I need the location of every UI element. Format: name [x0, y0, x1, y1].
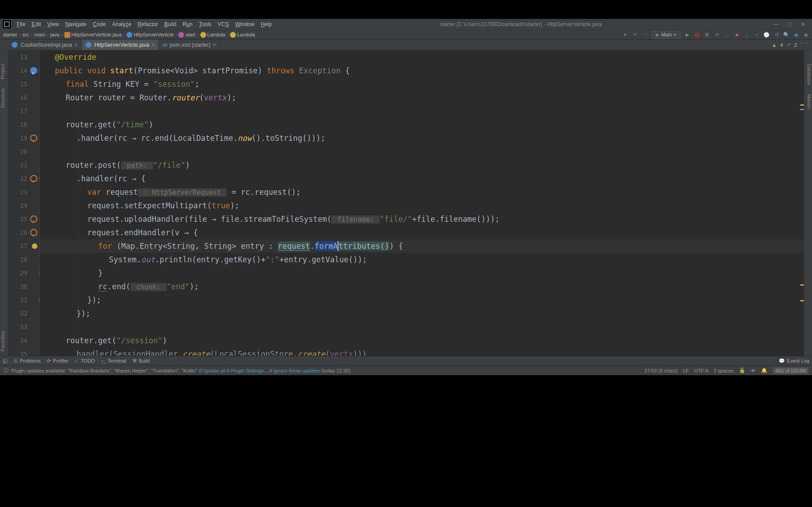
menu-help[interactable]: Help [257, 21, 275, 27]
close-icon[interactable]: × [152, 41, 155, 48]
coverage-button[interactable]: ⛨ [704, 31, 710, 38]
lambda-gutter-icon[interactable] [30, 135, 37, 142]
build-tool[interactable]: ⚒Build [132, 358, 149, 364]
database-tool[interactable]: Database [804, 59, 812, 90]
inspection-eye-icon[interactable]: 👁 [751, 368, 756, 373]
close-icon[interactable]: × [213, 41, 217, 48]
favorites-tool[interactable]: Favorites [0, 327, 8, 356]
line-number[interactable]: 35 [8, 347, 39, 356]
line-number[interactable]: 23 [8, 185, 39, 199]
error-stripe[interactable] [799, 50, 804, 356]
problems-tool[interactable]: ⚠Problems [14, 358, 41, 364]
menu-window[interactable]: Window [232, 21, 257, 27]
attach-button[interactable]: … [724, 31, 730, 38]
lambda-gutter-icon[interactable] [30, 215, 37, 223]
line-number[interactable]: 24 [8, 199, 39, 212]
menu-analyze[interactable]: Analyze [109, 21, 135, 27]
vcs-update-icon[interactable]: ↓ [744, 31, 750, 38]
lambda-gutter-icon[interactable] [30, 175, 37, 182]
line-number[interactable]: 30 [8, 280, 39, 293]
crumb-class[interactable]: HttpServerVerticle [133, 32, 174, 37]
memory-indicator[interactable]: 465 of 1014M [773, 368, 808, 374]
crumb-file[interactable]: HttpServerVerticle.java [71, 32, 122, 37]
todo-tool[interactable]: ✓TODO [75, 358, 95, 364]
menu-run[interactable]: Run [180, 21, 196, 27]
tab-cookiestoreimpl[interactable]: CookieStoreImpl.java × [8, 40, 82, 50]
line-number[interactable]: 26 [8, 226, 39, 239]
menu-code[interactable]: Code [90, 21, 109, 27]
update-all-link[interactable]: Update all [203, 368, 226, 373]
menu-file[interactable]: File [14, 21, 28, 27]
crumb-src[interactable]: src [22, 32, 30, 37]
vcs-commit-icon[interactable]: ✓ [753, 31, 760, 38]
line-number[interactable]: 21 [8, 158, 39, 172]
menu-refactor[interactable]: Refactor [135, 21, 161, 27]
tab-pomxml[interactable]: m pom.xml (starter) × [159, 40, 220, 50]
line-number[interactable]: 17 [8, 104, 39, 118]
profiler-tool[interactable]: ⟳Profiler [47, 358, 68, 364]
plugin-settings-link[interactable]: Plugin Settings... [231, 368, 268, 373]
help-icon[interactable]: ◉ [803, 31, 809, 38]
line-number[interactable]: 20 [8, 145, 39, 158]
next-highlight-icon[interactable]: ˇ [806, 42, 807, 48]
line-number[interactable]: 29− [8, 266, 39, 280]
indent-setting[interactable]: 2 spaces [714, 368, 734, 373]
run-button[interactable]: ▶ [684, 31, 690, 38]
crumb-java[interactable]: java [50, 32, 60, 37]
menu-edit[interactable]: Edit [28, 21, 44, 27]
readonly-icon[interactable]: 🔓 [739, 368, 745, 373]
crumb-main[interactable]: main [34, 32, 45, 37]
tab-httpserververticle[interactable]: HttpServerVerticle.java × [82, 40, 159, 50]
code-editor[interactable]: @Override public void start(Promise<Void… [40, 50, 804, 356]
caret-position[interactable]: 27:63 (5 chars) [645, 368, 678, 373]
menu-view[interactable]: View [44, 21, 62, 27]
line-number[interactable]: 34 [8, 334, 39, 347]
minimize-button[interactable]: — [773, 21, 779, 27]
line-number[interactable]: 31− [8, 293, 39, 307]
close-button[interactable]: ✕ [800, 21, 806, 27]
add-config-icon[interactable]: ▾ [622, 31, 628, 38]
line-number[interactable]: 13 [8, 50, 39, 64]
crumb-method[interactable]: start [185, 32, 195, 37]
prev-highlight-icon[interactable]: ˆ [801, 42, 803, 48]
settings-icon[interactable]: ◉ [793, 31, 799, 38]
debug-button[interactable]: 🐞 [694, 31, 700, 38]
structure-tool[interactable]: Structure [0, 84, 8, 113]
line-number[interactable]: 22− [8, 172, 39, 185]
forward-icon[interactable]: ↷ [642, 31, 648, 38]
menu-vcs[interactable]: VCS [215, 21, 232, 27]
line-number[interactable]: 19 [8, 131, 39, 145]
lambda-gutter-icon[interactable] [30, 229, 37, 236]
line-number[interactable]: 16 [8, 91, 39, 104]
menu-tools[interactable]: Tools [196, 21, 215, 27]
vcs-revert-icon[interactable]: ↺ [773, 31, 780, 38]
back-icon[interactable]: ↶ [632, 31, 638, 38]
ignore-updates-link[interactable]: Ignore these updates [273, 368, 320, 373]
line-number[interactable]: 25 [8, 212, 39, 226]
menu-navigate[interactable]: Navigate [62, 21, 90, 27]
maven-tool[interactable]: Maven [804, 90, 812, 113]
line-number[interactable]: 32 [8, 307, 39, 320]
terminal-tool[interactable]: ›_Terminal [101, 358, 126, 363]
menu-build[interactable]: Build [161, 21, 180, 27]
crumb-lambda-1[interactable]: Lambda [207, 32, 226, 37]
warning-icon[interactable]: ▲ [772, 42, 777, 48]
line-separator[interactable]: LF [683, 368, 689, 373]
line-number[interactable]: 27 [8, 239, 39, 253]
stop-button[interactable]: ■ [734, 31, 740, 38]
event-log-tool[interactable]: 💬Event Log [779, 358, 809, 364]
crumb-project[interactable]: starter [3, 32, 18, 37]
override-gutter-icon[interactable] [30, 67, 37, 74]
weak-warning-icon[interactable]: ↗ [787, 42, 791, 48]
notifications-icon[interactable]: 🔔 [761, 368, 767, 373]
line-number[interactable]: 28 [8, 253, 39, 266]
search-everywhere-icon[interactable]: 🔍 [783, 31, 789, 38]
file-encoding[interactable]: UTF-8 [695, 368, 708, 373]
gutter[interactable]: 1314−1516171819202122−23242526272829−303… [8, 50, 40, 356]
line-number[interactable]: 33 [8, 320, 39, 334]
run-configuration-selector[interactable]: ▶ Main ▾ [652, 31, 681, 39]
bulb-gutter-icon[interactable] [32, 243, 37, 249]
profile-button[interactable]: ⟳ [714, 31, 720, 38]
show-tool-windows-icon[interactable]: ◱ [3, 358, 7, 364]
line-number[interactable]: 15 [8, 77, 39, 91]
